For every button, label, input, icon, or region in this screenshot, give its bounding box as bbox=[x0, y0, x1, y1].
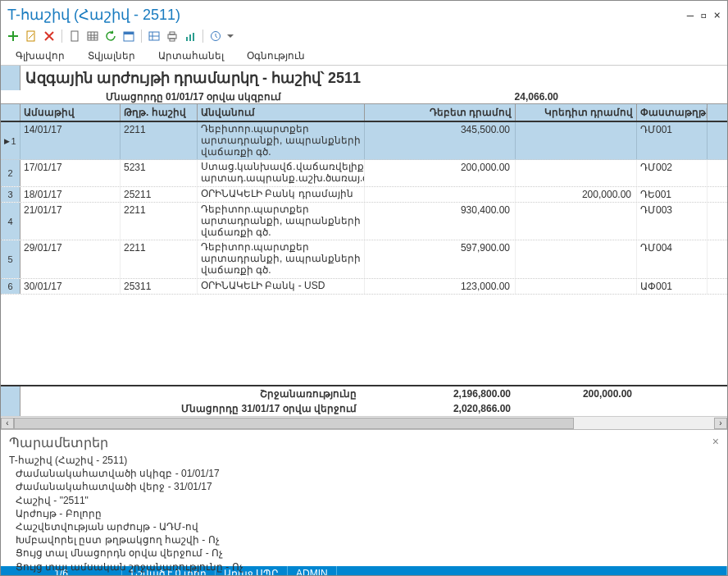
opening-balance-value: 24,066.00 bbox=[362, 91, 575, 103]
new-button[interactable] bbox=[6, 29, 20, 43]
col-debit[interactable]: Դեբետ դրամով bbox=[365, 104, 516, 121]
table-row[interactable]: 630/01/1725311ՕՐԻՆԱԿԵԼԻ Բանկ - USD123,00… bbox=[1, 279, 727, 295]
parameters-close-icon[interactable]: × bbox=[712, 435, 719, 448]
minimize-icon[interactable]: — bbox=[687, 8, 694, 21]
history-button[interactable] bbox=[208, 29, 223, 43]
cell-debit: 597,900.00 bbox=[365, 240, 516, 277]
parameter-line: Խմբավորել ըստ թղթակցող հաշվի - Ոչ bbox=[9, 533, 719, 546]
table-row[interactable]: 318/01/1725211ՕՐԻՆԱԿԵԼԻ Բանկ դրամային200… bbox=[1, 187, 727, 203]
menu-main[interactable]: Գլխավոր bbox=[16, 50, 65, 62]
svg-rect-6 bbox=[168, 34, 176, 39]
col-account[interactable]: Թղթ. հաշիվ bbox=[121, 104, 198, 121]
cell-doc: ԴԵ001 bbox=[637, 187, 708, 202]
table-button[interactable] bbox=[147, 29, 162, 43]
toolbar bbox=[1, 27, 727, 47]
parameter-line: Հաշիվ - "2511" bbox=[9, 494, 719, 507]
cell-date: 21/01/17 bbox=[20, 203, 121, 240]
scroll-right-icon[interactable]: › bbox=[714, 418, 727, 429]
edit-button[interactable] bbox=[24, 29, 39, 43]
col-date[interactable]: Ամսաթիվ bbox=[20, 104, 121, 121]
svg-rect-8 bbox=[170, 39, 175, 41]
cell-debit: 345,500.00 bbox=[365, 122, 516, 159]
parameters-panel: Պարամետրեր × T-հաշիվ (Հաշիվ - 2511)Ժաման… bbox=[1, 430, 727, 566]
parameter-line: T-հաշիվ (Հաշիվ - 2511) bbox=[9, 454, 719, 467]
cell-account: 2211 bbox=[121, 122, 198, 159]
cell-doc: ԴՄ001 bbox=[637, 122, 708, 159]
calendar-button[interactable] bbox=[121, 29, 136, 43]
menu-help[interactable]: Օգնություն bbox=[247, 50, 305, 62]
close-icon[interactable]: × bbox=[714, 8, 721, 21]
svg-rect-11 bbox=[193, 33, 194, 41]
cell-account: 25211 bbox=[121, 187, 198, 202]
cell-credit: 200,000.00 bbox=[516, 187, 637, 202]
col-doc[interactable]: Փաստաթղթի N bbox=[637, 104, 708, 121]
report-title: Ազգային արժույթի դրամարկղ - հաշիվ՝ 2511 bbox=[25, 69, 722, 87]
svg-rect-4 bbox=[124, 32, 134, 34]
closing-balance-label: Մնացորդը 31/01/17 օրվա վերջում bbox=[20, 401, 365, 416]
cell-debit: 200,000.00 bbox=[365, 160, 516, 186]
cell-debit bbox=[365, 187, 516, 202]
cell-name: Ստաց.կանխավճ.վաճառվելիք արտադ.ապրանք.աշխ… bbox=[198, 160, 365, 186]
cell-name: ՕՐԻՆԱԿԵԼԻ Բանկ - USD bbox=[198, 279, 365, 294]
table-header: Ամսաթիվ Թղթ. հաշիվ Անվանում Դեբետ դրամով… bbox=[1, 103, 727, 122]
cell-credit bbox=[516, 203, 637, 240]
table-row[interactable]: 529/01/172211Դեբիտոր.պարտքեր արտադրանքի,… bbox=[1, 240, 727, 278]
menu-data[interactable]: Տվյալներ bbox=[88, 50, 135, 62]
opening-balance-label: Մնացորդը 01/01/17 օրվա սկզբում bbox=[25, 91, 362, 103]
table-row[interactable]: 217/01/175231Ստաց.կանխավճ.վաճառվելիք արտ… bbox=[1, 160, 727, 187]
cell-account: 25311 bbox=[121, 279, 198, 294]
table-row[interactable]: 421/01/172211Դեբիտոր.պարտքեր արտադրանքի,… bbox=[1, 203, 727, 240]
scroll-left-icon[interactable]: ‹ bbox=[1, 418, 14, 429]
cell-debit: 123,000.00 bbox=[365, 279, 516, 294]
chart-button[interactable] bbox=[183, 29, 198, 43]
cell-credit bbox=[516, 160, 637, 186]
menu-export[interactable]: Արտահանել bbox=[158, 50, 224, 62]
grid-button[interactable] bbox=[85, 29, 100, 43]
row-number: ▶1 bbox=[1, 122, 20, 159]
horizontal-scrollbar[interactable]: ‹ › bbox=[1, 416, 727, 429]
cell-date: 14/01/17 bbox=[20, 122, 121, 159]
closing-balance-value: 2,020,866.00 bbox=[365, 401, 516, 416]
cell-account: 2211 bbox=[121, 203, 198, 240]
col-name[interactable]: Անվանում bbox=[198, 104, 365, 121]
maximize-icon[interactable]: ▫ bbox=[700, 8, 707, 21]
svg-rect-1 bbox=[71, 31, 78, 41]
cell-name: ՕՐԻՆԱԿԵԼԻ Բանկ դրամային bbox=[198, 187, 365, 202]
cell-credit bbox=[516, 279, 637, 294]
cell-credit bbox=[516, 122, 637, 159]
row-number: 2 bbox=[1, 160, 20, 186]
svg-rect-9 bbox=[186, 37, 188, 41]
window-title: T-հաշիվ (Հաշիվ - 2511) bbox=[7, 6, 180, 24]
turnover-label: Շրջանառությունը bbox=[20, 386, 365, 401]
delete-button[interactable] bbox=[42, 29, 57, 43]
cell-doc: ԴՄ004 bbox=[637, 240, 708, 277]
cell-doc: ԴՄ003 bbox=[637, 203, 708, 240]
cell-date: 18/01/17 bbox=[20, 187, 121, 202]
print-button[interactable] bbox=[165, 29, 180, 43]
parameter-line: Ժամանակահատվածի վերջ - 31/01/17 bbox=[9, 480, 719, 493]
parameter-line: Ժամանակահատվածի սկիզբ - 01/01/17 bbox=[9, 467, 719, 480]
svg-rect-10 bbox=[189, 34, 191, 41]
dropdown-icon[interactable] bbox=[226, 29, 234, 43]
row-number: 5 bbox=[1, 240, 20, 277]
table-row[interactable]: ▶114/01/172211Դեբիտոր.պարտքեր արտադրանքի… bbox=[1, 122, 727, 160]
row-number: 3 bbox=[1, 187, 20, 202]
col-credit[interactable]: Կրեդիտ դրամով bbox=[516, 104, 637, 121]
report-body: Ազգային արժույթի դրամարկղ - հաշիվ՝ 2511 … bbox=[1, 66, 727, 430]
parameters-heading: Պարամետրեր bbox=[9, 435, 719, 450]
cell-account: 5231 bbox=[121, 160, 198, 186]
turnover-debit: 2,196,800.00 bbox=[365, 386, 516, 401]
menubar: Գլխավոր Տվյալներ Արտահանել Օգնություն bbox=[1, 47, 727, 66]
doc-button[interactable] bbox=[67, 29, 82, 43]
cell-credit bbox=[516, 240, 637, 277]
cell-doc: ԱՓ001 bbox=[637, 279, 708, 294]
cell-date: 29/01/17 bbox=[20, 240, 121, 277]
refresh-button[interactable] bbox=[103, 29, 118, 43]
row-number: 6 bbox=[1, 279, 20, 294]
cell-debit: 930,400.00 bbox=[365, 203, 516, 240]
cell-date: 30/01/17 bbox=[20, 279, 121, 294]
cell-date: 17/01/17 bbox=[20, 160, 121, 186]
cell-name: Դեբիտոր.պարտքեր արտադրանքի, ապրանքների վ… bbox=[198, 122, 365, 159]
svg-rect-2 bbox=[88, 32, 98, 40]
parameter-line: Հաշվետվության արժույթ - ԱԴՄ-ով bbox=[9, 520, 719, 533]
